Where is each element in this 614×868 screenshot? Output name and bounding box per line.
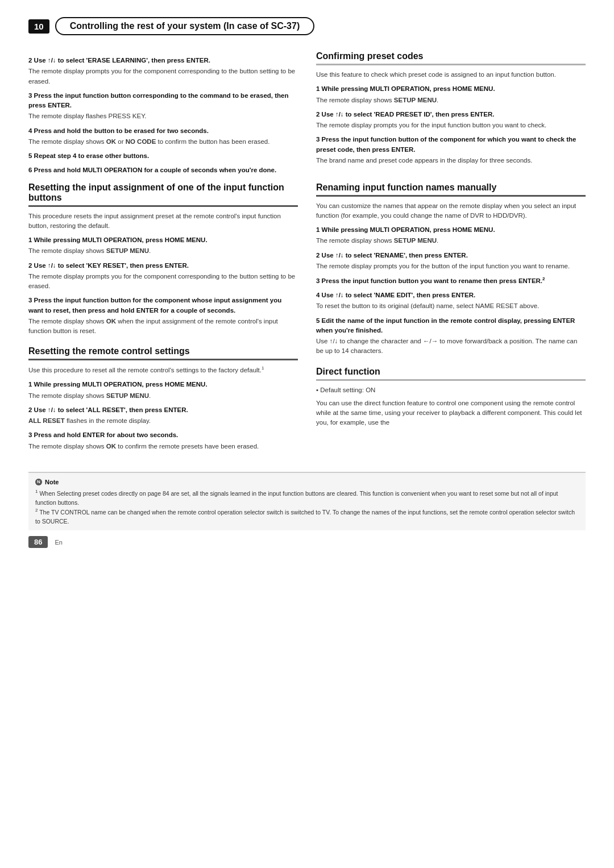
reset-remote-step3-body2: to confirm the remote presets have been … [116, 443, 259, 450]
top-step4-ok: OK [106, 138, 116, 145]
top-step4-body: The remote display shows OK or NO CODE t… [28, 137, 298, 147]
note-label: N Note [35, 477, 579, 487]
reset-input-step2-body: The remote display prompts you for the c… [28, 272, 298, 292]
rename-step1-heading: 1 While pressing MULTI OPERATION, press … [316, 225, 586, 235]
reset-input-step1-body: The remote display shows SETUP MENU. [28, 246, 298, 256]
top-step4-body2: to confirm the button has been erased. [156, 138, 269, 145]
rename-title: Renaming input function names manually [316, 182, 586, 197]
confirm-step1-body2: . [437, 97, 438, 103]
top-step4-or: or [116, 138, 126, 145]
note1-text: When Selecting preset codes directly on … [35, 490, 558, 506]
confirm-step1-body: The remote display shows SETUP MENU. [316, 95, 586, 105]
reset-input-title-text: Resetting the input assignment of one of… [28, 182, 284, 202]
section-rename: Renaming input function names manually Y… [316, 182, 586, 356]
reset-input-step1-heading: 1 While pressing MULTI OPERATION, press … [28, 235, 298, 245]
rename-step1-setup: SETUP MENU [394, 237, 437, 244]
confirm-step2-heading: 2 Use ↑/↓ to select 'READ PRESET ID', th… [316, 110, 586, 119]
top-step3-heading: 3 Press the input function button corres… [28, 91, 298, 111]
reset-remote-step3-ok: OK [106, 443, 116, 450]
reset-input-step3-ok: OK [106, 318, 116, 325]
rename-body: You can customize the names that appear … [316, 201, 586, 221]
main-columns: Resetting the input assignment of one of… [28, 182, 586, 462]
top-content: 2 Use ↑/↓ to select 'ERASE LEARNING', th… [28, 51, 586, 177]
top-left-col: 2 Use ↑/↓ to select 'ERASE LEARNING', th… [28, 51, 298, 177]
reset-input-step1-body2: . [149, 247, 151, 254]
rename-step3-heading: 3 Press the input function button you wa… [316, 276, 586, 286]
reset-input-step3-body: The remote display shows OK when the inp… [28, 317, 298, 337]
rename-step5-heading: 5 Edit the name of the input function in… [316, 316, 586, 336]
confirm-preset-body: Use this feature to check which preset c… [316, 70, 586, 80]
top-step4-nocode: NO CODE [126, 138, 156, 145]
confirm-step3-heading: 3 Press the input function button of the… [316, 135, 586, 155]
note-label-text: Note [45, 477, 59, 487]
rename-step4-heading: 4 Use ↑/↓ to select 'NAME EDIT', then pr… [316, 290, 586, 300]
reset-input-step2-heading: 2 Use ↑/↓ to select 'KEY RESET', then pr… [28, 261, 298, 271]
page-header: 10 Controlling the rest of your system (… [28, 17, 586, 35]
top-step2-heading: 2 Use ↑/↓ to select 'ERASE LEARNING', th… [28, 56, 298, 65]
page-footer: 86 En [28, 536, 586, 548]
rename-step1-body2: . [437, 237, 438, 244]
top-step2-body: The remote display prompts you for the c… [28, 67, 298, 86]
reset-input-step1-setup: SETUP MENU [106, 247, 149, 254]
rename-step1-body: The remote display shows SETUP MENU. [316, 236, 586, 246]
confirm-step3-body: The brand name and preset code appears i… [316, 156, 586, 165]
reset-input-step3-body1: The remote display shows [28, 318, 106, 325]
reset-remote-body: Use this procedure to reset all the remo… [28, 365, 298, 375]
reset-remote-step2-heading: 2 Use ↑/↓ to select 'ALL RESET', then pr… [28, 405, 298, 415]
reset-input-title: Resetting the input assignment of one of… [28, 182, 298, 207]
direct-bullet1-text: Default setting: ON [320, 387, 375, 393]
reset-remote-step2-body1: ALL RESET [28, 417, 65, 424]
confirm-step1-body1: The remote display shows [316, 97, 394, 103]
confirm-step1-heading: 1 While pressing MULTI OPERATION, press … [316, 84, 586, 94]
note1: 1 When Selecting preset codes directly o… [35, 488, 579, 507]
reset-remote-step1-body2: . [149, 392, 151, 399]
note2-num: 2 [35, 508, 38, 513]
chapter-number: 10 [28, 19, 49, 34]
section-reset-input: Resetting the input assignment of one of… [28, 182, 298, 337]
note-box: N Note 1 When Selecting preset codes dir… [28, 472, 586, 531]
reset-remote-sup: 1 [262, 366, 264, 371]
confirm-preset-title: Confirming preset codes [316, 51, 586, 65]
page-number: 86 [28, 536, 48, 548]
note-dot-icon: N [35, 479, 42, 485]
rename-step3-heading-text: 3 Press the input function button you wa… [316, 277, 542, 284]
reset-remote-step1-body1: The remote display shows [28, 392, 106, 399]
top-step6-heading: 6 Press and hold MULTI OPERATION for a c… [28, 165, 298, 175]
reset-remote-step2-body: ALL RESET flashes in the remote display. [28, 416, 298, 426]
reset-remote-title: Resetting the remote control settings [28, 346, 298, 360]
rename-step5-body: Use ↑/↓ to change the character and ←/→ … [316, 337, 586, 356]
reset-remote-step3-body: The remote display shows OK to confirm t… [28, 442, 298, 451]
reset-remote-step1-setup: SETUP MENU [106, 392, 149, 399]
top-right-col: Confirming preset codes Use this feature… [316, 51, 586, 177]
top-step4-heading: 4 Press and hold the button to be erased… [28, 126, 298, 136]
reset-remote-step1-heading: 1 While pressing MULTI OPERATION, press … [28, 380, 298, 389]
rename-step4-body: To reset the button to its original (def… [316, 301, 586, 311]
top-step4-body1: The remote display shows [28, 138, 106, 145]
left-column: Resetting the input assignment of one of… [28, 182, 298, 462]
note2: 2 The TV CONTROL name can be changed whe… [35, 507, 579, 526]
top-step3-body: The remote display flashes PRESS KEY. [28, 111, 298, 121]
note1-num: 1 [35, 489, 38, 494]
rename-step3-sup: 2 [542, 276, 545, 281]
confirm-step1-setup: SETUP MENU [394, 97, 437, 103]
reset-remote-step2-body2: flashes in the remote display. [65, 417, 151, 424]
confirm-step2-body: The remote display prompts you for the i… [316, 121, 586, 130]
section-reset-remote: Resetting the remote control settings Us… [28, 346, 298, 451]
page: 10 Controlling the rest of your system (… [0, 0, 614, 868]
direct-bullet1: • Default setting: ON [316, 385, 586, 395]
section-direct: Direct function • Default setting: ON Yo… [316, 367, 586, 428]
reset-input-step3-heading: 3 Press the input function button for th… [28, 296, 298, 315]
direct-body: You can use the direct function feature … [316, 398, 586, 428]
note2-text: The TV CONTROL name can be changed when … [35, 509, 575, 525]
reset-remote-body-text: Use this procedure to reset all the remo… [28, 367, 262, 373]
footer-language: En [55, 539, 62, 546]
rename-step1-body1: The remote display shows [316, 237, 394, 244]
right-column: Renaming input function names manually Y… [316, 182, 586, 462]
chapter-title: Controlling the rest of your system (In … [55, 17, 315, 35]
reset-remote-step1-body: The remote display shows SETUP MENU. [28, 391, 298, 401]
rename-step2-body: The remote display prompts you for the b… [316, 261, 586, 271]
top-step5-heading: 5 Repeat step 4 to erase other buttons. [28, 151, 298, 161]
reset-input-step1-body1: The remote display shows [28, 247, 106, 254]
direct-title: Direct function [316, 367, 586, 381]
reset-remote-step3-heading: 3 Press and hold ENTER for about two sec… [28, 430, 298, 440]
